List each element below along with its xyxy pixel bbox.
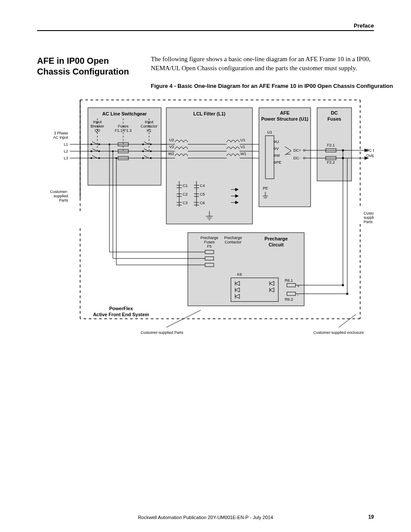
svg-text:W2: W2 [168,152,174,156]
svg-point-44 [150,143,152,145]
svg-text:L2: L2 [64,149,68,153]
svg-text:Precharge: Precharge [224,236,242,240]
svg-point-31 [90,157,92,159]
svg-text:U1: U1 [240,138,246,142]
label-precharge: Precharge [265,236,288,241]
publication-footer: Rockwell Automation Publication 20Y-UM00… [0,515,411,520]
callout-cse: Customer-supplied enclosure [313,330,364,335]
svg-point-147 [112,150,114,152]
section-title: AFE in IP00 Open Chassis Configuration [37,56,140,77]
svg-point-148 [115,157,117,159]
svg-text:PE: PE [276,160,281,165]
svg-text:Input: Input [93,120,102,124]
svg-text:supplied: supplied [53,194,68,198]
svg-text:U2: U2 [169,138,174,142]
svg-point-45 [150,150,152,152]
svg-text:Fuses: Fuses [118,124,129,128]
svg-point-30 [90,150,92,152]
svg-text:Fuses: Fuses [327,116,341,121]
svg-point-174 [342,284,344,286]
svg-text:Parts: Parts [364,220,373,224]
svg-text:R6.2: R6.2 [285,297,293,302]
svg-point-42 [142,150,144,152]
svg-text:DC-: DC- [293,156,300,160]
svg-point-29 [90,143,92,145]
svg-text:Input: Input [145,120,154,124]
svg-text:Contactor: Contactor [140,124,157,128]
svg-point-146 [109,143,110,145]
svg-point-46 [150,157,152,159]
svg-point-32 [98,143,100,145]
svg-text:W1: W1 [240,152,246,156]
figure-caption: Figure 4 - Basic One-line Diagram for an… [151,83,393,89]
svg-text:F1.1-F1.3: F1.1-F1.3 [115,128,131,133]
callout-csp: Customer-supplied Parts [140,330,184,335]
svg-text:C1: C1 [183,184,188,188]
header-rule [37,30,374,31]
svg-text:3 Phase: 3 Phase [54,131,68,135]
svg-text:PE: PE [263,186,268,190]
label-powerflex: PowerFlex [109,306,133,311]
svg-text:Fuses: Fuses [204,240,215,244]
svg-text:F2.2: F2.2 [327,160,335,165]
svg-text:Parts: Parts [59,198,68,202]
page-number: 19 [368,514,374,520]
svg-text:W: W [276,153,280,158]
intro-paragraph: The following figure shows a basic one-l… [151,55,374,73]
svg-text:L1: L1 [64,142,68,146]
svg-rect-96 [259,108,311,207]
svg-text:Output: Output [366,153,374,158]
label-afe: AFE [280,110,290,115]
svg-text:V1: V1 [240,145,245,149]
svg-point-33 [98,150,100,152]
svg-text:Breaker: Breaker [90,124,104,128]
label-lcl: LCL Filter (L1) [193,111,226,116]
svg-point-34 [98,157,100,159]
svg-line-178 [339,314,356,327]
svg-text:F2.1: F2.1 [327,143,335,147]
svg-text:Contactor: Contactor [224,240,241,244]
svg-text:supplied: supplied [364,215,374,220]
one-line-diagram: AC Line Switchgear Input Breaker Q0 Fuse… [37,95,374,353]
svg-point-41 [142,143,144,145]
svg-text:C6: C6 [200,201,205,205]
svg-point-43 [142,157,144,159]
svg-text:K6: K6 [237,272,242,277]
header-section: Preface [354,22,374,29]
svg-text:Active Front End System: Active Front End System [93,312,149,317]
svg-text:Customer-: Customer- [50,190,68,194]
svg-text:V: V [276,146,279,151]
svg-text:U: U [276,140,279,144]
svg-text:Q0: Q0 [95,128,100,133]
svg-text:Power Structure (U1): Power Structure (U1) [261,116,308,121]
svg-text:Precharge: Precharge [200,236,218,240]
svg-text:DC+: DC+ [293,148,301,152]
svg-text:C3: C3 [183,201,188,205]
svg-text:L3: L3 [64,156,68,160]
svg-text:R6.1: R6.1 [285,278,293,283]
svg-text:C5: C5 [200,192,205,196]
label-dcfuses: DC [331,110,338,115]
svg-point-175 [346,293,349,295]
svg-rect-6 [88,108,161,185]
svg-text:C2: C2 [183,192,188,196]
svg-text:U1: U1 [267,130,272,134]
svg-text:C4: C4 [200,184,205,188]
svg-text:Customer-: Customer- [364,211,374,215]
svg-text:F5: F5 [207,244,212,249]
svg-text:V2: V2 [169,145,174,149]
svg-text:K1: K1 [146,128,151,133]
label-switchgear: AC Line Switchgear [102,111,147,116]
svg-text:Circuit: Circuit [269,242,284,247]
svg-text:AC Input: AC Input [53,135,68,140]
